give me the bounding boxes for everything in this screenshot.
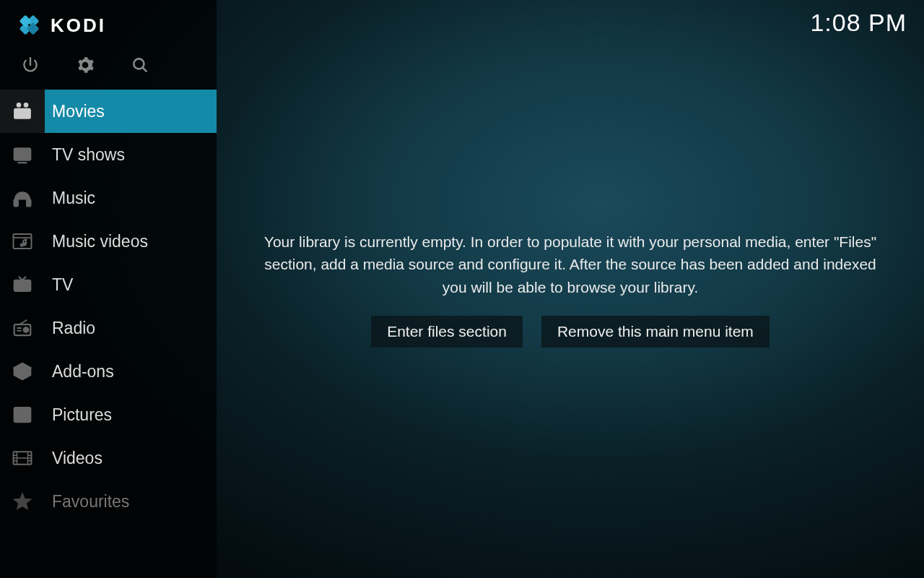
movies-icon (0, 90, 45, 133)
svg-rect-12 (27, 200, 30, 207)
sidebar-item-label: Radio (52, 319, 95, 338)
svg-rect-8 (14, 108, 31, 118)
svg-rect-11 (14, 200, 18, 207)
sidebar-item-label: Favourites (52, 492, 129, 512)
search-icon[interactable] (130, 55, 150, 75)
system-buttons (0, 45, 217, 90)
main-menu: Movies TV shows Music Music videos TV (0, 90, 217, 523)
remove-menu-item-button[interactable]: Remove this main menu item (541, 316, 770, 348)
sidebar-item-label: Music (52, 189, 95, 208)
sidebar-item-tvshows[interactable]: TV shows (0, 133, 217, 176)
svg-rect-2 (19, 15, 32, 27)
app-title: KODI (51, 14, 106, 37)
sidebar-item-label: TV shows (52, 145, 125, 165)
main-content: Your library is currently empty. In orde… (217, 0, 924, 578)
kodi-logo-icon (17, 13, 42, 38)
tv-icon (0, 274, 45, 296)
sidebar-item-favourites[interactable]: Favourites (0, 480, 217, 523)
svg-rect-9 (14, 148, 31, 160)
sidebar-item-pictures[interactable]: Pictures (0, 393, 217, 436)
action-buttons: Enter files section Remove this main men… (371, 316, 770, 348)
sidebar-item-label: Movies (52, 102, 105, 121)
sidebar-item-tv[interactable]: TV (0, 263, 217, 306)
svg-point-16 (23, 243, 26, 246)
sidebar-item-addons[interactable]: Add-ons (0, 350, 217, 393)
svg-line-5 (142, 67, 146, 71)
sidebar-item-videos[interactable]: Videos (0, 436, 217, 480)
tvshows-icon (0, 144, 45, 165)
enter-files-button[interactable]: Enter files section (371, 316, 523, 348)
radio-icon (0, 317, 45, 339)
music-icon (0, 187, 45, 209)
favourites-icon (0, 491, 45, 512)
sidebar-item-label: Videos (52, 449, 103, 468)
svg-rect-3 (27, 22, 39, 35)
logo[interactable]: KODI (0, 0, 217, 45)
addons-icon (0, 361, 45, 382)
svg-point-26 (18, 411, 22, 415)
pictures-icon (0, 404, 45, 426)
videos-icon (0, 447, 45, 469)
sidebar-item-label: Pictures (52, 405, 112, 425)
sidebar-item-radio[interactable]: Radio (0, 306, 217, 350)
sidebar-item-label: Add-ons (52, 362, 114, 381)
musicvideos-icon (0, 230, 45, 252)
sidebar: KODI Movies (0, 0, 217, 578)
gear-icon[interactable] (75, 55, 95, 75)
sidebar-item-label: TV (52, 275, 73, 295)
svg-point-7 (24, 103, 28, 108)
svg-point-6 (17, 103, 21, 108)
svg-point-21 (23, 327, 29, 333)
svg-rect-17 (14, 280, 31, 291)
empty-library-message: Your library is currently empty. In orde… (253, 230, 888, 299)
sidebar-item-musicvideos[interactable]: Music videos (0, 220, 217, 263)
sidebar-item-label: Music videos (52, 232, 148, 251)
sidebar-item-music[interactable]: Music (0, 176, 217, 220)
sidebar-item-movies[interactable]: Movies (0, 90, 217, 133)
power-icon[interactable] (20, 55, 40, 75)
